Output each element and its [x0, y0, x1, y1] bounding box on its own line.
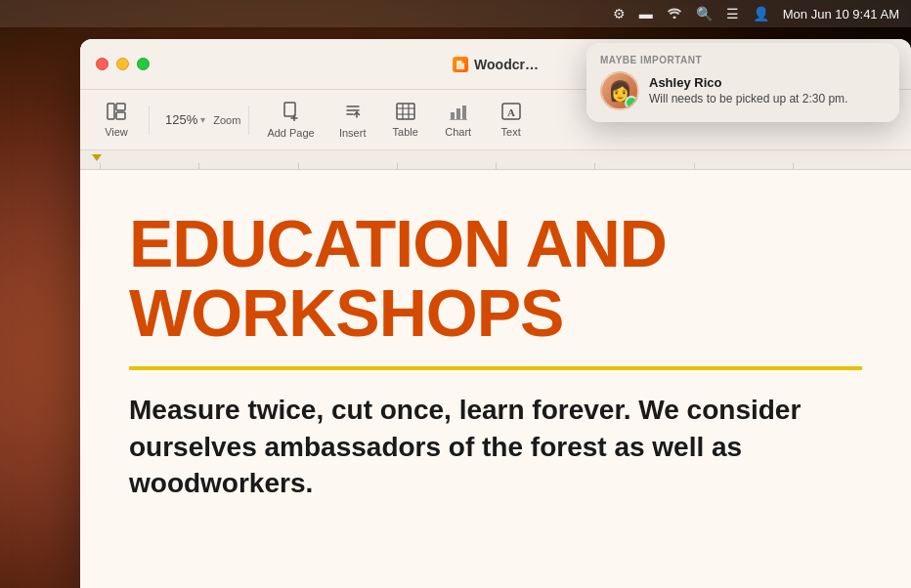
window-title: Woodcr… — [453, 57, 539, 72]
toolbar-divider-2 — [248, 105, 249, 135]
table-button[interactable]: Table — [381, 99, 430, 142]
svg-rect-13 — [397, 104, 414, 119]
zoom-button[interactable]: 125% ▾ — [157, 108, 213, 131]
notification-category: MAYBE IMPORTANT — [600, 55, 886, 65]
view-label: View — [105, 126, 128, 138]
add-page-icon — [282, 102, 301, 124]
maximize-button[interactable] — [137, 58, 150, 70]
search-icon[interactable]: 🔍 — [696, 6, 713, 21]
document-divider — [129, 366, 862, 370]
minimize-button[interactable] — [116, 58, 129, 70]
insert-label: Insert — [339, 127, 367, 139]
ruler — [80, 150, 911, 170]
menubar-datetime: Mon Jun 10 9:41 AM — [783, 7, 899, 21]
add-page-button[interactable]: Add Page — [257, 98, 324, 143]
text-icon: A — [501, 103, 521, 123]
zoom-label: Zoom — [213, 114, 240, 126]
notification-sender: Ashley Rico — [649, 75, 886, 90]
document-title: Woodcr… — [474, 57, 539, 72]
document-body: Measure twice, cut once, learn forever. … — [129, 392, 862, 502]
menubar: ⚙ ▬ 🔍 ☰ 👤 Mon Jun 10 9:41 AM — [0, 0, 911, 27]
settings-icon[interactable]: ⚙ — [613, 6, 626, 21]
menubar-right: ⚙ ▬ 🔍 ☰ 👤 Mon Jun 10 9:41 AM — [613, 6, 899, 21]
traffic-lights — [96, 58, 150, 70]
zoom-chevron-icon: ▾ — [200, 114, 205, 125]
user-avatar-icon[interactable]: 👤 — [753, 6, 769, 21]
desktop: ⚙ ▬ 🔍 ☰ 👤 Mon Jun 10 9:41 AM — [0, 0, 911, 588]
close-button[interactable] — [96, 58, 108, 70]
battery-icon: ▬ — [639, 6, 653, 21]
notification-body: 👩 Ashley Rico Will needs to be picked up… — [600, 71, 886, 110]
control-center-icon[interactable]: ☰ — [726, 6, 739, 21]
view-icon — [107, 103, 126, 123]
svg-rect-4 — [284, 103, 295, 116]
table-label: Table — [393, 126, 418, 138]
chart-icon — [449, 103, 468, 123]
messages-badge — [625, 96, 638, 109]
window-body: View 125% ▾ Zoom — [80, 90, 911, 588]
svg-rect-19 — [456, 108, 460, 119]
svg-rect-18 — [451, 112, 455, 119]
toolbar-divider-1 — [149, 105, 150, 135]
notification-avatar: 👩 — [600, 71, 639, 110]
table-icon — [396, 103, 415, 123]
chart-label: Chart — [445, 126, 471, 138]
svg-rect-2 — [116, 104, 125, 110]
svg-text:A: A — [507, 106, 515, 118]
svg-rect-3 — [116, 112, 125, 119]
text-button[interactable]: A Text — [487, 99, 536, 142]
ruler-marks — [80, 150, 911, 169]
insert-icon — [343, 102, 363, 124]
document-heading: EDUCATION AND WORKSHOPS — [129, 209, 862, 349]
svg-rect-1 — [108, 104, 114, 119]
document-icon — [453, 57, 468, 72]
zoom-value: 125% — [165, 112, 197, 127]
text-label: Text — [501, 126, 521, 138]
notification-text: Ashley Rico Will needs to be picked up a… — [649, 75, 886, 107]
chart-button[interactable]: Chart — [434, 99, 483, 142]
ruler-marker — [92, 154, 102, 161]
document-content: EDUCATION AND WORKSHOPS Measure twice, c… — [80, 170, 911, 588]
insert-button[interactable]: Insert — [328, 98, 377, 143]
view-button[interactable]: View — [92, 99, 141, 142]
svg-rect-20 — [462, 105, 466, 119]
notification[interactable]: MAYBE IMPORTANT 👩 Ashley Rico Will needs… — [586, 43, 899, 122]
add-page-label: Add Page — [267, 127, 314, 139]
wifi-icon[interactable] — [667, 6, 682, 21]
notification-message: Will needs to be picked up at 2:30 pm. — [649, 92, 886, 107]
